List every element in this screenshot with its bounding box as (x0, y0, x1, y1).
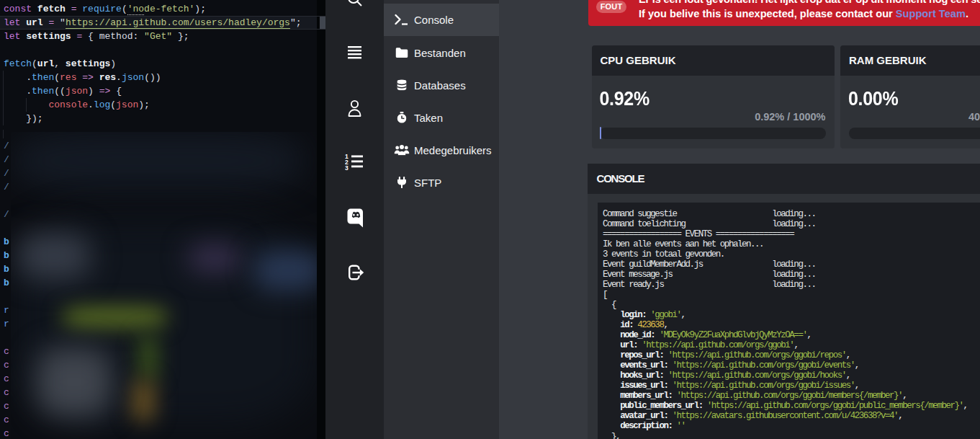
svg-text:3: 3 (345, 164, 349, 171)
